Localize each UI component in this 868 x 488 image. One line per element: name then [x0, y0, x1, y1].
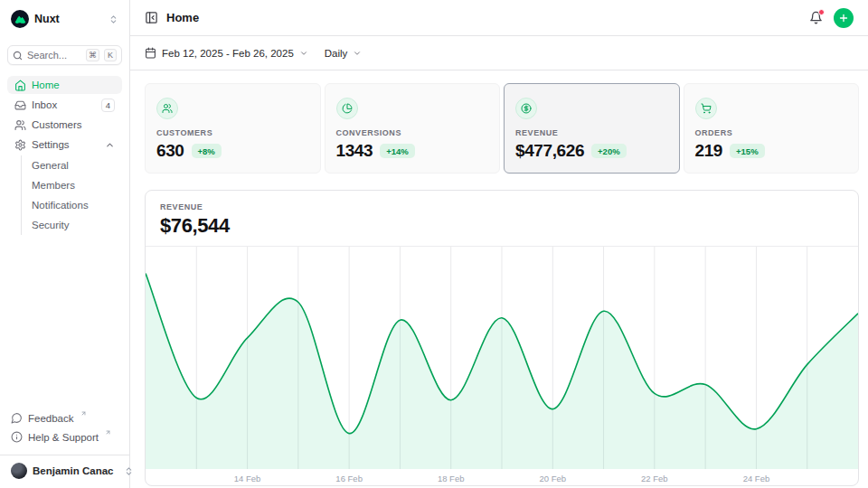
- notification-dot: [818, 9, 825, 15]
- sidebar-item-notifications[interactable]: Notifications: [32, 195, 122, 215]
- sidebar-item-security[interactable]: Security: [32, 215, 122, 235]
- notifications-bell-icon[interactable]: [809, 11, 823, 24]
- chevron-down-icon: [353, 49, 362, 58]
- external-link-icon: [105, 429, 111, 436]
- kbd-k: K: [104, 49, 117, 61]
- feedback-label: Feedback: [28, 412, 74, 425]
- message-bubble-icon: [11, 412, 23, 424]
- calendar-icon: [145, 47, 156, 59]
- sidebar-item-label: Customers: [32, 119, 82, 130]
- chevrons-up-down-icon: [108, 14, 118, 24]
- sidebar-item-label: Home: [32, 80, 60, 90]
- revenue-area-chart[interactable]: [146, 246, 858, 469]
- page-header: Home: [130, 0, 868, 36]
- stat-value: 1343: [336, 141, 373, 161]
- users-icon: [14, 119, 26, 131]
- x-axis-label: 18 Feb: [438, 474, 465, 483]
- chart-title: REVENUE: [160, 202, 844, 211]
- stat-value: 219: [695, 141, 723, 161]
- avatar: [11, 463, 27, 479]
- users-icon: [156, 98, 178, 119]
- chart-current-value: $76,544: [160, 214, 844, 238]
- chevron-down-icon: [299, 49, 308, 58]
- stat-delta-badge: +8%: [192, 144, 222, 158]
- chevron-up-icon: [105, 140, 115, 150]
- stat-label: CUSTOMERS: [156, 128, 309, 137]
- inbox-icon: [14, 99, 26, 111]
- sidebar-item-label: Settings: [32, 139, 70, 150]
- gear-icon: [14, 139, 26, 151]
- sidebar-nav: Home Inbox 4 Customers Settings Genera: [7, 76, 122, 235]
- date-range-label: Feb 12, 2025 - Feb 26, 2025: [162, 48, 294, 59]
- stat-card-conversions[interactable]: CONVERSIONS 1343 +14%: [325, 83, 501, 174]
- filters-toolbar: Feb 12, 2025 - Feb 26, 2025 Daily: [130, 36, 868, 70]
- x-axis-label: 14 Feb: [234, 474, 261, 483]
- stat-card-customers[interactable]: CUSTOMERS 630 +8%: [145, 83, 321, 174]
- add-button[interactable]: [834, 8, 854, 28]
- stat-value: $477,626: [515, 141, 584, 161]
- stat-delta-badge: +15%: [730, 144, 765, 158]
- external-link-icon: [80, 410, 87, 417]
- sidebar-item-label: Inbox: [32, 99, 57, 110]
- help-support-link[interactable]: Help & Support: [7, 429, 122, 448]
- pie-chart-icon: [336, 98, 358, 119]
- stat-label: ORDERS: [695, 128, 848, 137]
- info-circle-icon: [11, 431, 23, 443]
- stat-label: CONVERSIONS: [336, 128, 489, 137]
- help-support-label: Help & Support: [28, 431, 99, 444]
- team-switcher[interactable]: Nuxt: [7, 7, 122, 31]
- stat-delta-badge: +20%: [591, 144, 627, 158]
- x-axis-label: 20 Feb: [539, 474, 566, 483]
- chart-svg: [146, 247, 858, 469]
- cart-icon: [695, 98, 717, 119]
- stat-label: REVENUE: [515, 128, 668, 137]
- panel-collapse-icon[interactable]: [145, 11, 158, 24]
- main-content: CUSTOMERS 630 +8% CONVERSIONS 1343 +14% …: [130, 70, 868, 488]
- feedback-link[interactable]: Feedback: [7, 410, 122, 429]
- x-axis: 14 Feb16 Feb18 Feb20 Feb22 Feb24 Feb: [146, 469, 858, 486]
- settings-subtree: General Members Notifications Security: [21, 155, 122, 235]
- date-range-picker[interactable]: Feb 12, 2025 - Feb 26, 2025: [145, 47, 308, 59]
- stat-card-revenue[interactable]: REVENUE $477,626 +20%: [504, 83, 680, 174]
- stats-row: CUSTOMERS 630 +8% CONVERSIONS 1343 +14% …: [145, 83, 859, 174]
- kbd-cmd: ⌘: [86, 49, 99, 61]
- search-input[interactable]: Search... ⌘ K: [7, 45, 122, 65]
- granularity-label: Daily: [325, 48, 348, 59]
- sidebar-item-settings[interactable]: Settings: [7, 136, 122, 154]
- dollar-circle-icon: [515, 98, 537, 119]
- user-name: Benjamin Canac: [33, 465, 113, 476]
- revenue-chart-card: REVENUE $76,544 14 Feb16 Feb18 Feb20 Feb…: [145, 190, 859, 486]
- sidebar-item-members[interactable]: Members: [32, 175, 122, 195]
- home-icon: [14, 80, 26, 91]
- x-axis-label: 22 Feb: [641, 474, 668, 483]
- search-placeholder: Search...: [27, 50, 81, 61]
- team-name: Nuxt: [34, 13, 60, 25]
- stat-card-orders[interactable]: ORDERS 219 +15%: [684, 83, 860, 174]
- sidebar-item-customers[interactable]: Customers: [7, 116, 122, 134]
- search-icon: [13, 51, 23, 61]
- inbox-count-badge: 4: [101, 99, 115, 112]
- x-axis-label: 16 Feb: [335, 474, 363, 483]
- user-menu[interactable]: Benjamin Canac: [7, 455, 122, 481]
- stat-value: 630: [156, 141, 184, 161]
- sidebar: Nuxt Search... ⌘ K Home Inbox 4: [0, 0, 130, 488]
- page-title: Home: [166, 11, 199, 24]
- x-axis-label: 24 Feb: [743, 474, 770, 483]
- granularity-select[interactable]: Daily: [325, 48, 363, 59]
- nuxt-logo-icon: [11, 10, 29, 28]
- sidebar-item-inbox[interactable]: Inbox 4: [7, 96, 122, 114]
- sidebar-item-general[interactable]: General: [32, 155, 122, 175]
- sidebar-item-home[interactable]: Home: [7, 76, 122, 94]
- stat-delta-badge: +14%: [380, 144, 415, 158]
